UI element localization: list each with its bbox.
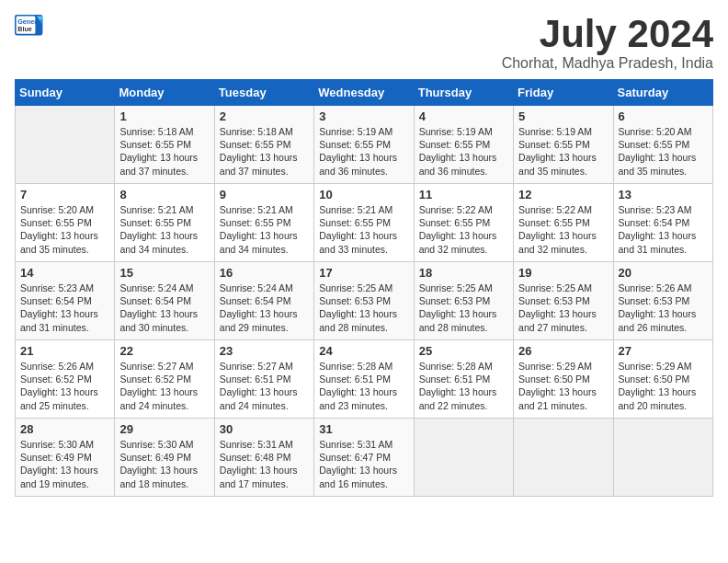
- calendar-cell: 15 Sunrise: 5:24 AMSunset: 6:54 PMDaylig…: [115, 262, 214, 340]
- day-number: 16: [220, 266, 309, 280]
- calendar-cell: [514, 419, 613, 497]
- calendar-cell: 11 Sunrise: 5:22 AMSunset: 6:55 PMDaylig…: [414, 184, 513, 262]
- day-number: 28: [20, 422, 109, 436]
- calendar-cell: 4 Sunrise: 5:19 AMSunset: 6:55 PMDayligh…: [414, 106, 513, 184]
- calendar-cell: 22 Sunrise: 5:27 AMSunset: 6:52 PMDaylig…: [115, 340, 214, 419]
- cell-info: Sunrise: 5:23 AMSunset: 6:54 PMDaylight:…: [20, 282, 109, 334]
- day-number: 10: [319, 188, 408, 201]
- calendar-cell: 7 Sunrise: 5:20 AMSunset: 6:55 PMDayligh…: [16, 184, 115, 262]
- calendar-cell: 6 Sunrise: 5:20 AMSunset: 6:55 PMDayligh…: [613, 106, 712, 184]
- month-title: July 2024: [502, 15, 713, 53]
- day-header-saturday: Saturday: [613, 80, 712, 106]
- day-header-friday: Friday: [514, 80, 613, 106]
- title-block: July 2024 Chorhat, Madhya Pradesh, India: [502, 15, 713, 72]
- day-number: 15: [119, 266, 209, 280]
- day-header-tuesday: Tuesday: [214, 80, 313, 106]
- day-number: 17: [319, 266, 408, 280]
- calendar-cell: 29 Sunrise: 5:30 AMSunset: 6:49 PMDaylig…: [115, 419, 214, 497]
- cell-info: Sunrise: 5:25 AMSunset: 6:53 PMDaylight:…: [319, 282, 408, 334]
- header-row: SundayMondayTuesdayWednesdayThursdayFrid…: [16, 80, 713, 106]
- location: Chorhat, Madhya Pradesh, India: [502, 55, 713, 72]
- cell-info: Sunrise: 5:24 AMSunset: 6:54 PMDaylight:…: [119, 282, 209, 334]
- day-number: 14: [20, 266, 109, 280]
- calendar-cell: 14 Sunrise: 5:23 AMSunset: 6:54 PMDaylig…: [16, 262, 115, 340]
- calendar-cell: 20 Sunrise: 5:26 AMSunset: 6:53 PMDaylig…: [613, 262, 712, 340]
- day-number: 31: [319, 422, 408, 436]
- calendar-cell: [613, 419, 712, 497]
- cell-info: Sunrise: 5:21 AMSunset: 6:55 PMDaylight:…: [119, 203, 209, 256]
- calendar-cell: 25 Sunrise: 5:28 AMSunset: 6:51 PMDaylig…: [414, 340, 513, 419]
- cell-info: Sunrise: 5:30 AMSunset: 6:49 PMDaylight:…: [20, 438, 109, 490]
- cell-info: Sunrise: 5:26 AMSunset: 6:53 PMDaylight:…: [619, 282, 708, 334]
- logo: General Blue: [15, 15, 44, 37]
- day-number: 3: [319, 109, 408, 123]
- week-row-4: 21 Sunrise: 5:26 AMSunset: 6:52 PMDaylig…: [16, 340, 713, 419]
- day-number: 20: [619, 266, 708, 280]
- day-number: 23: [220, 344, 309, 358]
- cell-info: Sunrise: 5:22 AMSunset: 6:55 PMDaylight:…: [518, 203, 608, 256]
- day-number: 4: [419, 109, 508, 123]
- cell-info: Sunrise: 5:24 AMSunset: 6:54 PMDaylight:…: [220, 282, 309, 334]
- cell-info: Sunrise: 5:19 AMSunset: 6:55 PMDaylight:…: [419, 125, 508, 178]
- cell-info: Sunrise: 5:29 AMSunset: 6:50 PMDaylight:…: [619, 360, 708, 412]
- cell-info: Sunrise: 5:25 AMSunset: 6:53 PMDaylight:…: [419, 282, 508, 334]
- calendar-cell: 27 Sunrise: 5:29 AMSunset: 6:50 PMDaylig…: [613, 340, 712, 419]
- day-number: 19: [518, 266, 608, 280]
- calendar-cell: 12 Sunrise: 5:22 AMSunset: 6:55 PMDaylig…: [514, 184, 613, 262]
- cell-info: Sunrise: 5:28 AMSunset: 6:51 PMDaylight:…: [319, 360, 408, 412]
- cell-info: Sunrise: 5:28 AMSunset: 6:51 PMDaylight:…: [419, 360, 508, 412]
- day-number: 1: [119, 109, 209, 123]
- calendar-cell: 30 Sunrise: 5:31 AMSunset: 6:48 PMDaylig…: [214, 419, 313, 497]
- cell-info: Sunrise: 5:26 AMSunset: 6:52 PMDaylight:…: [20, 360, 109, 412]
- week-row-1: 1 Sunrise: 5:18 AMSunset: 6:55 PMDayligh…: [16, 106, 713, 184]
- day-number: 30: [220, 422, 309, 436]
- day-number: 9: [220, 188, 309, 201]
- day-number: 5: [518, 109, 608, 123]
- cell-info: Sunrise: 5:31 AMSunset: 6:47 PMDaylight:…: [319, 438, 408, 490]
- day-number: 7: [20, 188, 109, 201]
- cell-info: Sunrise: 5:27 AMSunset: 6:51 PMDaylight:…: [220, 360, 309, 412]
- calendar-cell: 10 Sunrise: 5:21 AMSunset: 6:55 PMDaylig…: [314, 184, 414, 262]
- calendar-cell: 9 Sunrise: 5:21 AMSunset: 6:55 PMDayligh…: [214, 184, 313, 262]
- day-header-wednesday: Wednesday: [314, 80, 414, 106]
- calendar-cell: 18 Sunrise: 5:25 AMSunset: 6:53 PMDaylig…: [414, 262, 513, 340]
- day-header-sunday: Sunday: [16, 80, 115, 106]
- calendar-cell: 26 Sunrise: 5:29 AMSunset: 6:50 PMDaylig…: [514, 340, 613, 419]
- day-number: 2: [220, 109, 309, 123]
- cell-info: Sunrise: 5:22 AMSunset: 6:55 PMDaylight:…: [419, 203, 508, 256]
- week-row-2: 7 Sunrise: 5:20 AMSunset: 6:55 PMDayligh…: [16, 184, 713, 262]
- day-number: 13: [619, 188, 708, 201]
- logo-icon: General Blue: [15, 15, 44, 37]
- week-row-3: 14 Sunrise: 5:23 AMSunset: 6:54 PMDaylig…: [16, 262, 713, 340]
- day-number: 25: [419, 344, 508, 358]
- cell-info: Sunrise: 5:19 AMSunset: 6:55 PMDaylight:…: [319, 125, 408, 178]
- calendar-cell: 8 Sunrise: 5:21 AMSunset: 6:55 PMDayligh…: [115, 184, 214, 262]
- calendar-cell: 17 Sunrise: 5:25 AMSunset: 6:53 PMDaylig…: [314, 262, 414, 340]
- cell-info: Sunrise: 5:18 AMSunset: 6:55 PMDaylight:…: [220, 125, 309, 178]
- calendar-cell: 28 Sunrise: 5:30 AMSunset: 6:49 PMDaylig…: [16, 419, 115, 497]
- cell-info: Sunrise: 5:23 AMSunset: 6:54 PMDaylight:…: [619, 203, 708, 256]
- calendar-cell: 24 Sunrise: 5:28 AMSunset: 6:51 PMDaylig…: [314, 340, 414, 419]
- cell-info: Sunrise: 5:31 AMSunset: 6:48 PMDaylight:…: [220, 438, 309, 490]
- day-number: 8: [119, 188, 209, 201]
- cell-info: Sunrise: 5:21 AMSunset: 6:55 PMDaylight:…: [220, 203, 309, 256]
- calendar-cell: 2 Sunrise: 5:18 AMSunset: 6:55 PMDayligh…: [214, 106, 313, 184]
- calendar-cell: 3 Sunrise: 5:19 AMSunset: 6:55 PMDayligh…: [314, 106, 414, 184]
- cell-info: Sunrise: 5:27 AMSunset: 6:52 PMDaylight:…: [119, 360, 209, 412]
- day-number: 18: [419, 266, 508, 280]
- calendar-cell: 1 Sunrise: 5:18 AMSunset: 6:55 PMDayligh…: [115, 106, 214, 184]
- calendar-cell: [16, 106, 115, 184]
- week-row-5: 28 Sunrise: 5:30 AMSunset: 6:49 PMDaylig…: [16, 419, 713, 497]
- cell-info: Sunrise: 5:20 AMSunset: 6:55 PMDaylight:…: [20, 203, 109, 256]
- cell-info: Sunrise: 5:20 AMSunset: 6:55 PMDaylight:…: [619, 125, 708, 178]
- page-header: General Blue July 2024 Chorhat, Madhya P…: [15, 15, 713, 72]
- calendar-cell: 16 Sunrise: 5:24 AMSunset: 6:54 PMDaylig…: [214, 262, 313, 340]
- day-number: 24: [319, 344, 408, 358]
- cell-info: Sunrise: 5:30 AMSunset: 6:49 PMDaylight:…: [119, 438, 209, 490]
- day-number: 29: [119, 422, 209, 436]
- day-header-thursday: Thursday: [414, 80, 513, 106]
- day-number: 27: [619, 344, 708, 358]
- calendar-cell: 13 Sunrise: 5:23 AMSunset: 6:54 PMDaylig…: [613, 184, 712, 262]
- calendar-table: SundayMondayTuesdayWednesdayThursdayFrid…: [15, 79, 713, 497]
- day-number: 26: [518, 344, 608, 358]
